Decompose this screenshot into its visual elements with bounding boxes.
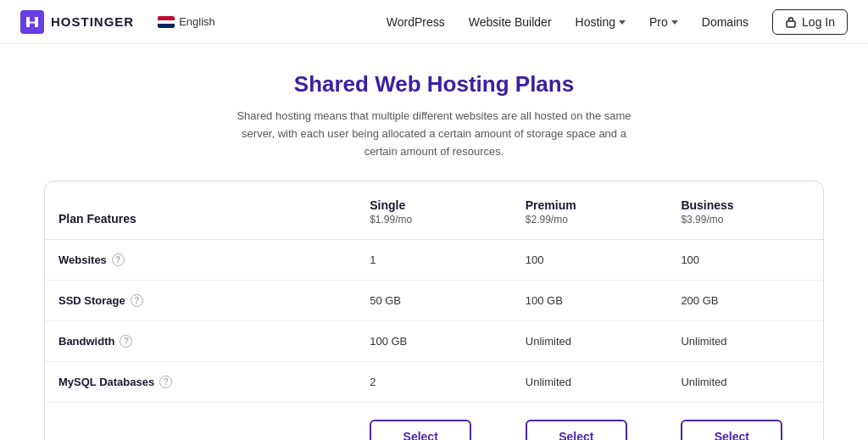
websites-business-value: 100 xyxy=(667,240,823,281)
nav-hosting[interactable]: Hosting xyxy=(576,15,626,29)
bandwidth-info-icon[interactable]: ? xyxy=(120,335,132,348)
chevron-down-icon xyxy=(671,20,678,25)
mysql-feature-cell: MySQL Databases ? xyxy=(45,362,356,403)
websites-info-icon[interactable]: ? xyxy=(112,253,125,266)
plan-single-header: Single $1.99/mo xyxy=(356,181,512,240)
nav-wordpress[interactable]: WordPress xyxy=(387,15,445,29)
nav-pro[interactable]: Pro xyxy=(649,15,678,29)
websites-feature-cell: Websites ? xyxy=(45,240,356,281)
plan-single-name: Single xyxy=(370,198,498,212)
svg-rect-1 xyxy=(787,21,795,27)
nav-domains-label: Domains xyxy=(702,15,748,29)
nav-wordpress-label: WordPress xyxy=(387,15,445,29)
ssd-label: SSD Storage xyxy=(58,294,125,307)
plan-business-name: Business xyxy=(681,198,810,212)
feature-column-header: Plan Features xyxy=(45,181,356,240)
main-content: Shared Web Hosting Plans Shared hosting … xyxy=(0,44,868,440)
pricing-card: Plan Features Single $1.99/mo Premium $2… xyxy=(44,181,824,440)
mysql-info-icon[interactable]: ? xyxy=(159,376,172,388)
table-header-row: Plan Features Single $1.99/mo Premium $2… xyxy=(45,181,823,240)
ssd-single-value: 50 GB xyxy=(356,281,512,321)
page-title: Shared Web Hosting Plans xyxy=(20,71,848,97)
nav-website-builder[interactable]: Website Builder xyxy=(469,15,552,29)
websites-single-value: 1 xyxy=(356,240,512,281)
plan-single-price: $1.99/mo xyxy=(370,214,498,226)
table-row: Bandwidth ? 100 GB Unlimited Unlimited xyxy=(45,321,823,362)
plan-business-header: Business $3.99/mo xyxy=(667,181,823,240)
table-row: SSD Storage ? 50 GB 100 GB 200 GB xyxy=(45,281,823,321)
ssd-business-value: 200 GB xyxy=(667,281,823,321)
ssd-premium-value: 100 GB xyxy=(512,281,668,321)
logo-icon xyxy=(20,10,44,34)
bandwidth-business-value: Unlimited xyxy=(667,321,823,362)
main-nav: WordPress Website Builder Hosting Pro Do… xyxy=(387,9,848,35)
mysql-label: MySQL Databases xyxy=(58,376,154,388)
mysql-business-value: Unlimited xyxy=(667,362,823,403)
pricing-table: Plan Features Single $1.99/mo Premium $2… xyxy=(45,181,823,440)
page-description: Shared hosting means that multiple diffe… xyxy=(231,108,637,160)
logo-text: HOSTINGER xyxy=(51,14,134,29)
site-header: HOSTINGER English WordPress Website Buil… xyxy=(0,0,868,44)
ssd-info-icon[interactable]: ? xyxy=(131,294,143,307)
bandwidth-feature-cell: Bandwidth ? xyxy=(45,321,356,362)
select-premium-cell: Select xyxy=(512,403,668,440)
plan-premium-name: Premium xyxy=(526,198,654,212)
select-empty-cell xyxy=(45,403,356,440)
chevron-down-icon xyxy=(619,20,626,25)
plan-premium-price: $2.99/mo xyxy=(526,214,654,226)
select-business-cell: Select xyxy=(667,403,823,440)
language-label: English xyxy=(179,15,215,28)
nav-hosting-label: Hosting xyxy=(576,15,615,29)
websites-premium-value: 100 xyxy=(512,240,668,281)
plan-premium-header: Premium $2.99/mo xyxy=(512,181,668,240)
mysql-premium-value: Unlimited xyxy=(512,362,668,403)
lock-icon xyxy=(785,16,797,28)
bandwidth-label: Bandwidth xyxy=(58,335,114,348)
bandwidth-premium-value: Unlimited xyxy=(512,321,668,362)
bandwidth-single-value: 100 GB xyxy=(356,321,512,362)
select-single-button[interactable]: Select xyxy=(370,420,471,440)
table-row: Websites ? 1 100 100 xyxy=(45,240,823,281)
flag-icon xyxy=(158,16,175,28)
websites-label: Websites xyxy=(58,253,107,266)
mysql-single-value: 2 xyxy=(356,362,512,403)
select-buttons-row: Select Select Select xyxy=(45,403,823,440)
nav-website-builder-label: Website Builder xyxy=(469,15,552,29)
select-premium-button[interactable]: Select xyxy=(526,420,627,440)
ssd-feature-cell: SSD Storage ? xyxy=(45,281,356,321)
select-business-button[interactable]: Select xyxy=(681,420,782,440)
plan-business-price: $3.99/mo xyxy=(681,214,810,226)
nav-pro-label: Pro xyxy=(649,15,668,29)
login-button[interactable]: Log In xyxy=(772,9,848,35)
select-single-cell: Select xyxy=(356,403,512,440)
logo-area[interactable]: HOSTINGER xyxy=(20,10,134,34)
language-selector[interactable]: English xyxy=(158,15,215,28)
nav-domains[interactable]: Domains xyxy=(702,15,748,29)
login-label: Log In xyxy=(802,15,835,29)
table-row: MySQL Databases ? 2 Unlimited Unlimited xyxy=(45,362,823,403)
